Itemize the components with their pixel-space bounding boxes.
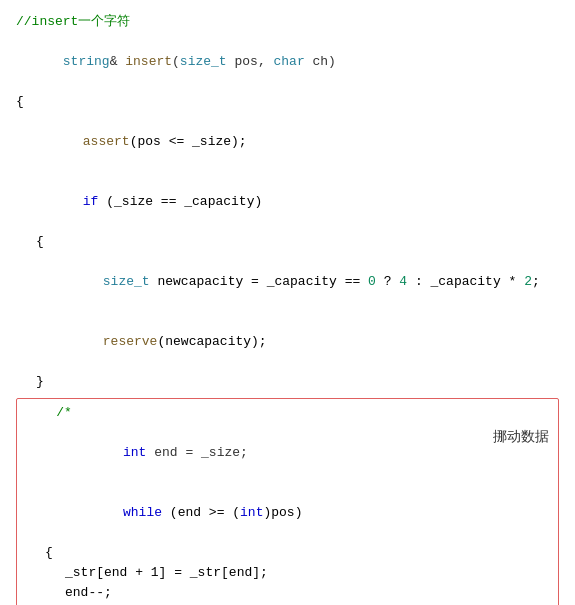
comment-open: /* xyxy=(25,403,550,423)
cb-int-end: int end = _size; xyxy=(25,423,550,483)
assert-line: assert(pos <= _size); xyxy=(16,112,559,172)
comment-insert-line: //insert一个字符 xyxy=(16,12,559,32)
commented-code-box: /* int end = _size; while (end >= (int)p… xyxy=(16,398,559,605)
if-brace-open: { xyxy=(16,232,559,252)
fn-signature-line: string& insert(size_t pos, char ch) xyxy=(16,32,559,92)
cb-end-dec: end--; xyxy=(25,583,550,603)
if-line: if (_size == _capacity) xyxy=(16,172,559,232)
comment-insert: //insert一个字符 xyxy=(16,12,130,32)
if-brace-close: } xyxy=(16,372,559,392)
newcap-line: size_t newcapacity = _capacity == 0 ? 4 … xyxy=(16,252,559,312)
cb-str-line: _str[end + 1] = _str[end]; xyxy=(25,563,550,583)
outer-brace-open: { xyxy=(16,92,559,112)
cb-brace-open: { xyxy=(25,543,550,563)
code-container: //insert一个字符 string& insert(size_t pos, … xyxy=(0,0,575,605)
reserve-line: reserve(newcapacity); xyxy=(16,312,559,372)
commented-block-container: /* int end = _size; while (end >= (int)p… xyxy=(16,398,559,605)
annotation-nudge: 挪动数据 xyxy=(493,428,549,446)
type-string: string xyxy=(63,54,110,69)
fn-insert: insert xyxy=(125,54,172,69)
cb-while: while (end >= (int)pos) xyxy=(25,483,550,543)
